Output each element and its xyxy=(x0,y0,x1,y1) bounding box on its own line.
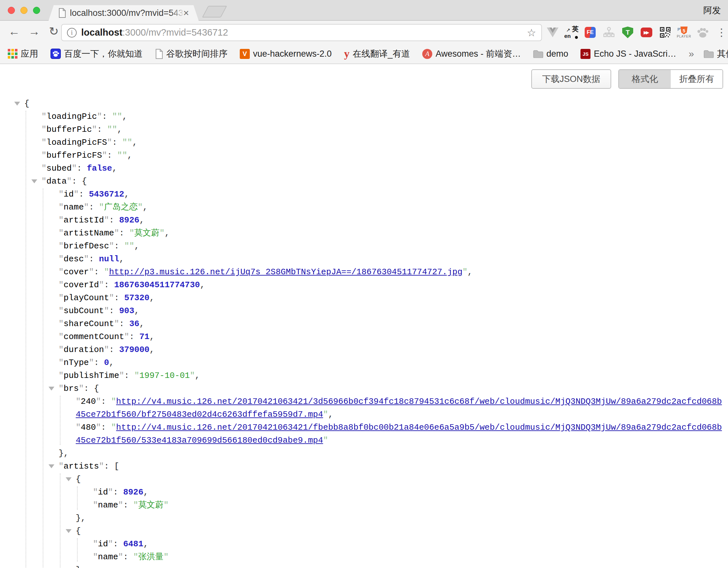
reload-button[interactable]: ↻ xyxy=(46,25,61,38)
translate-extension-icon[interactable]: 英 ↗ en xyxy=(564,25,579,39)
page-info-icon[interactable]: i xyxy=(67,28,77,38)
awesomes-a-icon: A xyxy=(422,49,432,59)
url-text[interactable]: localhost:3000/mv?mvid=5436712 xyxy=(81,27,527,38)
tab-title: localhost:3000/mv?mvid=5436 xyxy=(70,8,183,18)
json-close-bracket: }, xyxy=(76,512,723,525)
folder-icon xyxy=(533,50,543,58)
bookmark-vue-hackernews[interactable]: V vue-hackernews-2.0 xyxy=(240,49,332,59)
zoom-window-button[interactable] xyxy=(33,7,40,14)
paw-extension-icon[interactable] xyxy=(696,25,710,39)
video-speed-icon[interactable]: ▶▶ xyxy=(639,25,654,39)
collapse-all-button[interactable]: 折叠所有 xyxy=(671,70,722,88)
json-tree: {"loadingPic": "","bufferPic": "","loadi… xyxy=(24,97,723,568)
json-line: "bufferPic": "", xyxy=(41,123,723,136)
json-line: { xyxy=(24,97,723,110)
json-line: "publishTime": "1997-10-01", xyxy=(59,369,723,382)
bookmark-echojs[interactable]: JS Echo JS - JavaScri… xyxy=(580,49,676,59)
json-line: "subed": false, xyxy=(41,162,723,175)
tab-strip: localhost:3000/mv?mvid=5436 × 阿发 xyxy=(0,0,728,21)
tab-close-icon[interactable]: × xyxy=(183,8,189,18)
format-button[interactable]: 格式化 xyxy=(619,70,671,88)
json-line: "artists": [ xyxy=(59,460,723,473)
active-tab[interactable]: localhost:3000/mv?mvid=5436 × xyxy=(49,5,199,21)
address-bar[interactable]: i localhost:3000/mv?mvid=5436712 ☆ xyxy=(61,24,542,41)
json-line: "desc": null, xyxy=(59,252,723,265)
profile-name[interactable]: 阿发 xyxy=(703,5,721,16)
minimize-window-button[interactable] xyxy=(20,7,28,14)
json-line: "artistId": 8926, xyxy=(59,214,723,227)
url-host: localhost xyxy=(81,27,122,38)
json-link[interactable]: http://v4.music.126.net/20170421063421/3… xyxy=(76,397,722,419)
bookmark-demo-folder[interactable]: demo xyxy=(533,49,568,59)
h5-player-icon[interactable]: 5 PLAYER xyxy=(677,25,691,39)
collapse-toggle-icon[interactable] xyxy=(14,102,20,106)
bookmark-awesomes[interactable]: A Awesomes - 前端资… xyxy=(422,48,521,60)
json-line: "nType": 0, xyxy=(59,356,723,369)
baidu-paw-icon xyxy=(50,49,61,59)
apps-grid-icon xyxy=(8,49,17,59)
json-line: "briefDesc": "", xyxy=(59,239,723,252)
echojs-js-icon: JS xyxy=(580,49,590,59)
json-line: "artistName": "莫文蔚", xyxy=(59,227,723,239)
bookmark-youdao[interactable]: y 在线翻译_有道 xyxy=(344,48,410,60)
json-line: "id": 8926, xyxy=(93,486,723,499)
vue-v-icon: V xyxy=(240,49,250,59)
page-favicon-icon xyxy=(58,8,66,18)
extension-icons: 英 ↗ en FE T ▶▶ xyxy=(546,21,728,44)
json-line: "240": "http://v4.music.126.net/20170421… xyxy=(76,395,723,421)
chrome-menu-icon[interactable]: ⋮ xyxy=(714,25,728,39)
json-line: "loadingPicFS": "", xyxy=(41,136,723,149)
json-close-bracket: } xyxy=(76,563,723,568)
browser-toolbar: ← → ↻ i localhost:3000/mv?mvid=5436712 ☆… xyxy=(0,21,728,44)
json-line: "duration": 379000, xyxy=(59,343,723,356)
bookmark-star-icon[interactable]: ☆ xyxy=(527,27,536,39)
youdao-y-icon: y xyxy=(344,48,349,60)
json-viewer-actions: 下载JSON数据 格式化 折叠所有 xyxy=(0,64,728,89)
qr-code-icon[interactable] xyxy=(658,25,672,39)
fe-extension-icon[interactable]: FE xyxy=(583,25,597,39)
json-line: "playCount": 57320, xyxy=(59,292,723,305)
json-line: "name": "莫文蔚" xyxy=(93,499,723,512)
json-line: "name": "广岛之恋", xyxy=(59,201,723,214)
url-path: :3000/mv?mvid=5436712 xyxy=(122,27,228,38)
close-window-button[interactable] xyxy=(8,7,15,14)
bookmark-other-folder[interactable]: 其他书签 xyxy=(704,48,728,60)
bookmark-baidu[interactable]: 百度一下，你就知道 xyxy=(50,48,143,60)
json-line: "id": 6481, xyxy=(93,538,723,551)
collapse-toggle-icon[interactable] xyxy=(66,477,72,481)
json-line: "name": "张洪量" xyxy=(93,551,723,563)
json-line: "480": "http://v4.music.126.net/20170421… xyxy=(76,421,723,447)
new-tab-button[interactable] xyxy=(202,6,227,17)
view-mode-segmented-control: 格式化 折叠所有 xyxy=(618,69,723,89)
json-line: "id": 5436712, xyxy=(59,188,723,201)
download-json-button[interactable]: 下载JSON数据 xyxy=(531,69,611,89)
json-link[interactable]: http://v4.music.126.net/20170421063421/f… xyxy=(76,423,722,445)
collapse-toggle-icon[interactable] xyxy=(66,529,72,533)
sitemap-extension-icon[interactable] xyxy=(602,25,616,39)
collapse-toggle-icon[interactable] xyxy=(49,464,54,468)
json-line: "data": { xyxy=(41,175,723,188)
json-line: "loadingPic": "", xyxy=(41,110,723,123)
json-line: "coverId": 18676304511774730, xyxy=(59,278,723,292)
json-close-bracket: }, xyxy=(59,447,723,460)
tampermonkey-icon[interactable]: T xyxy=(621,25,635,39)
json-line: "commentCount": 71, xyxy=(59,330,723,343)
back-button[interactable]: ← xyxy=(6,25,22,38)
collapse-toggle-icon[interactable] xyxy=(31,179,37,183)
collapse-toggle-icon[interactable] xyxy=(49,387,54,391)
json-link[interactable]: http://p3.music.126.net/ijUq7s_2S8GMbTNs… xyxy=(109,267,462,277)
bookmarks-bar: 应用 百度一下，你就知道 谷歌按时间排序 V vue-hackernews-2.… xyxy=(0,44,728,64)
json-line: { xyxy=(76,473,723,486)
bookmarks-overflow-chevron[interactable]: » xyxy=(689,48,694,59)
bookmark-google-sort[interactable]: 谷歌按时间排序 xyxy=(155,48,227,60)
tab-title-fade xyxy=(170,8,183,18)
bookmark-apps[interactable]: 应用 xyxy=(8,48,38,60)
forward-button[interactable]: → xyxy=(27,25,42,38)
vue-devtools-icon[interactable] xyxy=(546,25,560,39)
json-line: { xyxy=(76,525,723,538)
folder-icon xyxy=(704,50,714,58)
json-line: "brs": { xyxy=(59,382,723,395)
json-line: "cover": "http://p3.music.126.net/ijUq7s… xyxy=(59,265,723,278)
json-line: "subCount": 903, xyxy=(59,305,723,318)
page-icon xyxy=(155,49,163,59)
